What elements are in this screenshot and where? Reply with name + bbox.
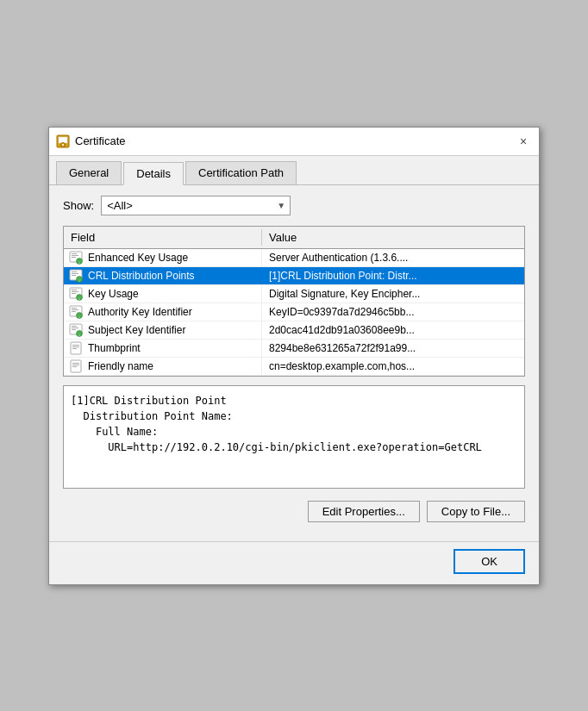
show-select[interactable]: <All> Version 1 Fields Only Extensions O…: [101, 196, 291, 215]
certificate-fields-table: Field Value ↓: [63, 226, 525, 377]
field-label: Friendly name: [84, 358, 261, 375]
field-value: Server Authentication (1.3.6....: [261, 249, 524, 266]
svg-rect-17: [72, 290, 77, 290]
field-value: 2d0cac41d2db91a03608ee9b...: [261, 321, 524, 339]
tab-general[interactable]: General: [56, 161, 122, 184]
field-label: Enhanced Key Usage: [84, 249, 261, 266]
svg-rect-7: [72, 257, 76, 258]
field-value: [1]CRL Distribution Point: Distr...: [261, 267, 524, 284]
svg-text:↓: ↓: [78, 331, 81, 336]
tab-certpath[interactable]: Certification Path: [185, 161, 297, 184]
svg-rect-35: [72, 345, 79, 346]
tab-details[interactable]: Details: [123, 162, 184, 185]
cert-doc-icon: [67, 340, 84, 357]
svg-rect-18: [72, 291, 78, 292]
svg-text:↓: ↓: [78, 313, 81, 318]
table-header: Field Value: [64, 227, 524, 249]
svg-rect-24: [72, 309, 78, 310]
show-label: Show:: [63, 199, 94, 212]
svg-rect-37: [72, 348, 77, 349]
svg-text:↓: ↓: [78, 295, 81, 300]
table-row[interactable]: Friendly name cn=desktop.example.com,hos…: [64, 358, 524, 376]
cert-doc-icon: [67, 358, 84, 375]
title-bar-left: Certificate: [56, 134, 126, 148]
svg-rect-36: [72, 346, 79, 347]
table-row[interactable]: ↓ Subject Key Identifier 2d0cac41d2db91a…: [64, 321, 524, 340]
close-button[interactable]: ×: [515, 133, 532, 150]
svg-rect-6: [72, 255, 78, 256]
col-field-header: Field: [64, 229, 262, 246]
title-bar: Certificate ×: [49, 128, 539, 156]
table-row[interactable]: ↓ Enhanced Key Usage Server Authenticati…: [64, 249, 524, 267]
svg-rect-41: [72, 366, 77, 367]
field-value: cn=desktop.example.com,hos...: [261, 358, 524, 375]
svg-rect-29: [72, 326, 77, 327]
cert-icon: ↓: [67, 321, 84, 339]
table-row[interactable]: ↓ Authority Key Identifier KeyID=0c9397d…: [64, 303, 524, 321]
cert-icon: ↓: [67, 285, 84, 302]
svg-rect-23: [72, 308, 77, 309]
ok-button[interactable]: OK: [454, 549, 525, 574]
field-label: CRL Distribution Points: [84, 267, 261, 284]
detail-box: [1]CRL Distribution Point Distribution P…: [63, 385, 525, 489]
action-buttons: Edit Properties... Copy to File...: [63, 501, 525, 522]
tab-bar: General Details Certification Path: [49, 156, 539, 185]
svg-text:↓: ↓: [78, 277, 81, 282]
ok-row: OK: [49, 541, 539, 584]
copy-to-file-button[interactable]: Copy to File...: [427, 501, 525, 522]
window-icon: [56, 134, 70, 148]
field-label: Key Usage: [84, 285, 261, 302]
field-value: Digital Signature, Key Encipher...: [261, 285, 524, 302]
table-row[interactable]: ↓ Key Usage Digital Signature, Key Encip…: [64, 285, 524, 303]
table-row[interactable]: Thumbprint 8294be8e631265a72f2f91a99...: [64, 340, 524, 358]
svg-rect-31: [72, 329, 76, 330]
svg-rect-19: [72, 293, 76, 294]
svg-rect-11: [72, 271, 77, 272]
col-value-header: Value: [262, 229, 524, 246]
show-row: Show: <All> Version 1 Fields Only Extens…: [63, 196, 525, 215]
show-select-wrapper[interactable]: <All> Version 1 Fields Only Extensions O…: [101, 196, 291, 215]
cert-icon: ↓: [67, 249, 84, 266]
svg-rect-40: [72, 365, 79, 365]
field-label: Subject Key Identifier: [84, 321, 261, 339]
field-label: Authority Key Identifier: [84, 303, 261, 321]
svg-rect-5: [72, 253, 77, 254]
svg-rect-39: [72, 363, 79, 364]
table-row[interactable]: ↓ CRL Distribution Points [1]CRL Distrib…: [64, 267, 524, 285]
cert-icon: ↓: [67, 303, 84, 321]
svg-text:↓: ↓: [78, 259, 81, 264]
window-title: Certificate: [75, 134, 126, 147]
tab-content: Show: <All> Version 1 Fields Only Extens…: [49, 185, 539, 541]
svg-rect-13: [72, 275, 76, 276]
svg-rect-25: [72, 311, 76, 312]
field-value: 8294be8e631265a72f2f91a99...: [261, 340, 524, 357]
edit-properties-button[interactable]: Edit Properties...: [308, 501, 420, 522]
table-scroll[interactable]: ↓ Enhanced Key Usage Server Authenticati…: [64, 249, 524, 376]
svg-point-3: [62, 144, 64, 146]
field-label: Thumbprint: [84, 340, 261, 357]
field-value: KeyID=0c9397da7d2946c5bb...: [261, 303, 524, 321]
cert-icon: ↓: [67, 267, 84, 284]
svg-rect-30: [72, 327, 78, 328]
svg-rect-12: [72, 273, 78, 274]
svg-rect-1: [59, 137, 67, 143]
certificate-dialog: Certificate × General Details Certificat…: [48, 127, 540, 585]
